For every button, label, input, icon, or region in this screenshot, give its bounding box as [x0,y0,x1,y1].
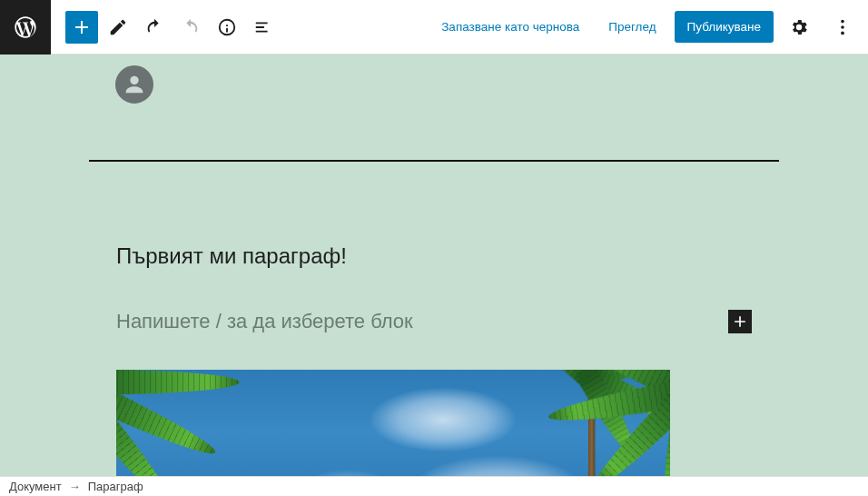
image-block[interactable] [116,370,670,476]
outline-button[interactable] [247,11,280,44]
left-tool-group [51,11,280,44]
wordpress-logo[interactable] [0,0,51,55]
save-draft-button[interactable]: Запазване като чернова [430,13,590,41]
author-avatar [107,64,761,105]
info-button[interactable] [211,11,243,44]
chevron-right-icon: → [69,480,81,493]
paragraph-block[interactable]: Първият ми параграф! [107,243,761,269]
settings-button[interactable] [781,9,817,45]
separator-block[interactable] [89,160,779,162]
svg-point-0 [841,19,844,23]
block-placeholder-text: Напишете / за да изберете блок [116,310,413,333]
redo-button [174,11,207,44]
breadcrumb-root[interactable]: Документ [9,480,62,493]
add-block-button[interactable] [65,11,98,44]
undo-button[interactable] [138,11,171,44]
breadcrumb-leaf[interactable]: Параграф [88,480,143,493]
block-breadcrumb: Документ → Параграф [0,476,868,496]
preview-button[interactable]: Преглед [597,13,666,41]
svg-point-1 [841,25,844,29]
editor-canvas[interactable]: Първият ми параграф! Напишете / за да из… [0,55,868,476]
editor-toolbar: Запазване като чернова Преглед Публикува… [0,0,868,55]
svg-point-2 [841,31,844,35]
inline-add-block-button[interactable] [728,310,752,333]
default-block-appender[interactable]: Напишете / за да изберете блок [107,310,761,333]
more-options-button[interactable] [824,9,861,45]
right-tool-group: Запазване като чернова Преглед Публикува… [430,9,861,45]
edit-tool-button[interactable] [102,11,134,44]
publish-button[interactable]: Публикуване [675,11,774,43]
